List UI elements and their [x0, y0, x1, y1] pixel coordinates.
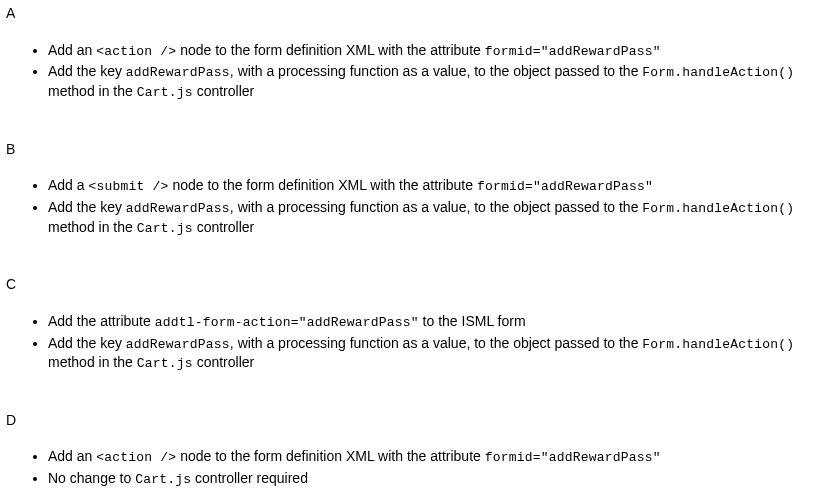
option-bullets: Add a <submit /> node to the form defini… — [6, 176, 807, 237]
code-span: <action /> — [96, 450, 176, 465]
bullet-item: Add a <submit /> node to the form defini… — [48, 176, 807, 196]
code-span: Cart.js — [137, 221, 193, 236]
code-span: <submit /> — [88, 179, 168, 194]
option-d: DAdd an <action /> node to the form defi… — [6, 411, 807, 489]
bullet-item: Add an <action /> node to the form defin… — [48, 447, 807, 467]
code-span: <action /> — [96, 44, 176, 59]
code-span: formid="addRewardPass" — [485, 44, 661, 59]
option-label: C — [6, 275, 807, 294]
option-bullets: Add the attribute addtl-form-action="add… — [6, 312, 807, 373]
bullet-item: Add the key addRewardPass, with a proces… — [48, 334, 807, 373]
code-span: Form.handleAction() — [642, 201, 794, 216]
code-span: addtl-form-action="addRewardPass" — [155, 315, 419, 330]
option-bullets: Add an <action /> node to the form defin… — [6, 447, 807, 488]
answer-options: AAdd an <action /> node to the form defi… — [6, 4, 807, 489]
bullet-item: No change to Cart.js controller required — [48, 469, 807, 489]
option-label: B — [6, 140, 807, 159]
code-span: formid="addRewardPass" — [485, 450, 661, 465]
option-c: CAdd the attribute addtl-form-action="ad… — [6, 275, 807, 373]
code-span: Cart.js — [137, 356, 193, 371]
bullet-item: Add an <action /> node to the form defin… — [48, 41, 807, 61]
code-span: Form.handleAction() — [642, 337, 794, 352]
option-bullets: Add an <action /> node to the form defin… — [6, 41, 807, 102]
option-label: D — [6, 411, 807, 430]
option-a: AAdd an <action /> node to the form defi… — [6, 4, 807, 102]
option-label: A — [6, 4, 807, 23]
code-span: addRewardPass — [126, 65, 230, 80]
code-span: formid="addRewardPass" — [477, 179, 653, 194]
option-b: BAdd a <submit /> node to the form defin… — [6, 140, 807, 238]
code-span: addRewardPass — [126, 337, 230, 352]
code-span: Form.handleAction() — [642, 65, 794, 80]
bullet-item: Add the attribute addtl-form-action="add… — [48, 312, 807, 332]
bullet-item: Add the key addRewardPass, with a proces… — [48, 198, 807, 237]
code-span: Cart.js — [137, 85, 193, 100]
code-span: addRewardPass — [126, 201, 230, 216]
code-span: Cart.js — [135, 472, 191, 487]
bullet-item: Add the key addRewardPass, with a proces… — [48, 62, 807, 101]
